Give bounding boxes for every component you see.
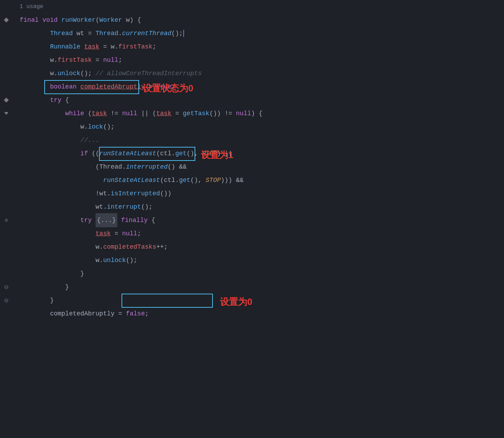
gutter-usage (0, 0, 13, 13)
white-space3 (92, 214, 96, 227)
param-w: w) { (122, 13, 141, 27)
gutter-L12 (0, 160, 13, 174)
gutter-L3 (0, 40, 13, 53)
brace-finally: { (148, 214, 156, 227)
fn-runStateAtLeast2: runStateAtLeast (103, 174, 160, 187)
gutter-L21: ⊖ (0, 280, 13, 294)
white-eq5: = (111, 227, 122, 240)
line-7: try { (20, 93, 504, 107)
white-w3: w. (20, 120, 88, 133)
line-3: Runnable task = w.firstTask; (20, 40, 504, 53)
gutter-L20 (0, 267, 13, 280)
white-completedAbruptly2: completedAbruptly = (20, 307, 126, 320)
line-18: w.completedTasks++; (20, 240, 504, 254)
call-isInterrupted: ()) (160, 187, 171, 200)
var-task2: task (92, 107, 107, 120)
call-unlock2: (); (126, 254, 137, 267)
gutter-L23 (0, 307, 13, 320)
white-eq1: = w. (99, 40, 118, 53)
kw-null3: null (236, 107, 251, 120)
call-ctl1: (ctl. (156, 147, 175, 160)
annotation-set-to-1: 设置为1 (201, 149, 233, 161)
white-space5 (20, 227, 96, 240)
line-1: final void runWorker(Worker w) { (20, 13, 504, 27)
gutter-L19 (0, 254, 13, 267)
type-Worker: Worker (99, 13, 122, 27)
var-firstTask2: firstTask (58, 53, 92, 67)
method-currentThread: currentThread (122, 27, 171, 40)
gutter-L4 (0, 53, 13, 67)
white-w2: w. (20, 67, 58, 80)
semi2: ; (118, 53, 122, 67)
fn-get2: get (179, 174, 190, 187)
call-and: () && (168, 160, 186, 174)
white-eq4: = (171, 107, 183, 120)
method-call1: (); (171, 27, 183, 40)
comment-interrupts: // allowCoreThreadInterrupts (96, 67, 202, 80)
line-9: w.lock(); (20, 120, 504, 133)
close-paren1: ) { (251, 107, 262, 120)
gutter-L22: ⊖ (0, 294, 13, 307)
fn-runStateAtLeast1: runStateAtLeast (99, 147, 156, 160)
comment-dots: //... (20, 133, 99, 147)
close-paren2: ))) && (221, 174, 244, 187)
kw-try2: try (20, 214, 92, 227)
white-w4: w. (20, 240, 103, 254)
annotation-set-to-0-line19: 设置为0 (220, 296, 252, 308)
white-pp: (( (88, 147, 99, 160)
line-6: boolean completedAbruptly = true; (20, 80, 504, 93)
line-17: task = null; (20, 227, 504, 240)
white-wt3: wt. (20, 200, 107, 214)
code-editor: ⊕ ⊖ ⊖ 1 usage final void runWorker(Worke… (0, 0, 504, 438)
gutter-L10 (0, 133, 13, 147)
call-stop2: (), (190, 174, 205, 187)
call-unlock1: (); (80, 67, 96, 80)
gutter-L11 (0, 147, 13, 160)
fn-unlock2: unlock (103, 254, 126, 267)
punct-dot1: . (118, 27, 122, 40)
gutter-L15 (0, 200, 13, 214)
gutter-L5 (0, 67, 13, 80)
white-space2 (77, 80, 80, 93)
gutter-L13 (0, 174, 13, 187)
line-15: wt.interrupt(); (20, 200, 504, 214)
code-area: 1 usage final void runWorker(Worker w) {… (13, 0, 504, 438)
line-14: !wt.isInterrupted()) (20, 187, 504, 200)
var-task1: task (84, 40, 99, 53)
gutter-L9 (0, 120, 13, 133)
call-stop1: (), (186, 147, 202, 160)
var-completedTasks: completedTasks (103, 240, 156, 254)
type-Thread1: Thread (20, 27, 73, 40)
call-interrupt: (); (141, 200, 152, 214)
gutter-L6 (0, 80, 13, 93)
kw-null4: null (122, 227, 137, 240)
type-Thread2: Thread (96, 27, 118, 40)
usage-line: 1 usage (20, 0, 504, 13)
gutter-L7 (0, 93, 13, 107)
fn-runWorker: runWorker (61, 13, 96, 27)
var-firstTask1: firstTask (118, 40, 152, 53)
gutter-L14 (0, 187, 13, 200)
fn-lock: lock (88, 120, 103, 133)
line-12: (Thread.interrupted() && (20, 160, 504, 174)
brace-open1: { (61, 93, 69, 107)
white-eq2: = (92, 53, 103, 67)
increment: ++; (156, 240, 168, 254)
line-8: while (task != null || (task = getTask()… (20, 107, 504, 120)
white-wt2: !wt. (20, 187, 111, 200)
white-or: || ( (137, 107, 156, 120)
semi4: ; (137, 227, 141, 240)
var-task3: task (156, 107, 171, 120)
kw-null2: null (122, 107, 137, 120)
line-11: if ((runStateAtLeast(ctl.get(), STOP) || (20, 147, 504, 160)
fn-isInterrupted: isInterrupted (111, 187, 160, 200)
white-space4 (117, 214, 121, 227)
line-2: Thread wt = Thread.currentThread(); (20, 27, 504, 40)
line-23: completedAbruptly = false; (20, 307, 504, 320)
kw-try: try (20, 93, 61, 107)
kw-false: false (126, 307, 145, 320)
kw-finally: finally (121, 214, 148, 227)
gutter-L8 (0, 107, 13, 120)
gutter: ⊕ ⊖ ⊖ (0, 0, 13, 438)
gutter-L16: ⊕ (0, 214, 13, 227)
